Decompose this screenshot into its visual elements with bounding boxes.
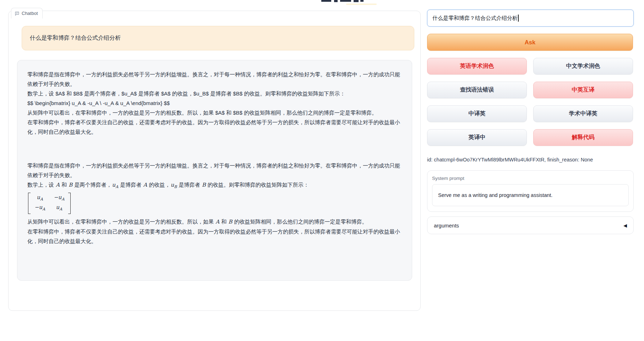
- app-root: Chatbot 什么是零和博弈？结合公式介绍分析零和博弈是指在博弈中，一方的利益…: [0, 0, 644, 341]
- message-line: 在零和博弈中，博弈者不仅要关注自己的收益，还需要考虑对手的收益。因为一方取得的收…: [27, 117, 403, 137]
- message-line: 从矩阵中可以看出，在零和博弈中，一方的收益是另一方的相反数。所以，如果 $A$ …: [27, 108, 403, 117]
- quick-action-button[interactable]: 中英互译: [533, 82, 633, 98]
- system-prompt-card: System prompt Serve me as a writing and …: [427, 170, 634, 212]
- message-body: 零和博弈是指在博弈中，一方的利益损失必然等于另一方的利益增益。换言之，对于每一种…: [27, 70, 403, 246]
- quick-action-button[interactable]: 英译中: [427, 129, 527, 146]
- text-caret: [518, 15, 519, 22]
- message-line: 零和博弈是指在博弈中，一方的利益损失必然等于另一方的利益增益。换言之，对于每一种…: [27, 161, 403, 180]
- quick-action-button[interactable]: 中文学术润色: [533, 58, 633, 75]
- question-input[interactable]: 什么是零和博弈？结合公式介绍分析: [427, 10, 634, 27]
- message-line: 数学上，设 A 和 B 是两个博弈者，uA 是博弈者 A 的收益，uB 是博弈者…: [27, 180, 403, 192]
- chatbot-label-text: Chatbot: [22, 11, 38, 16]
- math-inline: B: [68, 182, 73, 188]
- math-inline: A: [215, 219, 220, 225]
- arguments-accordion[interactable]: arguments ◀: [427, 216, 634, 234]
- message-line: 在零和博弈中，博弈者不仅要关注自己的收益，还需要考虑对手的收益。因为一方取得的收…: [27, 227, 403, 246]
- math-inline: −uA: [34, 203, 45, 213]
- math-inline: uA: [112, 182, 119, 188]
- quick-action-button[interactable]: 中译英: [427, 105, 527, 122]
- chatbot-panel: Chatbot 什么是零和博弈？结合公式介绍分析零和博弈是指在博弈中，一方的利益…: [8, 11, 421, 311]
- accordion-label: arguments: [434, 222, 459, 229]
- bot-message-bubble: 零和博弈是指在博弈中，一方的利益损失必然等于另一方的利益增益。换言之，对于每一种…: [17, 60, 412, 281]
- math-inline: uA: [55, 203, 62, 213]
- user-message-bubble: 什么是零和博弈？结合公式介绍分析: [22, 26, 414, 50]
- message-spacer: [27, 137, 403, 161]
- ask-button-label: Ask: [525, 39, 535, 46]
- message-line: 数学上，设 $A$ 和 $B$ 是两个博弈者，$u_A$ 是博弈者 $A$ 的收…: [27, 89, 403, 98]
- message-line: $$ \begin{bmatrix} u_A & -u_A \ -u_A & u…: [27, 98, 403, 108]
- math-inline: A: [143, 182, 148, 188]
- left-triangle-icon: ◀: [623, 223, 627, 228]
- quick-action-button[interactable]: 查找语法错误: [427, 82, 527, 98]
- quick-action-button[interactable]: 英语学术润色: [427, 58, 527, 75]
- quick-action-button[interactable]: 学术中译英: [533, 105, 633, 122]
- chatbot-label: Chatbot: [11, 8, 43, 18]
- chat-bubble-icon: [15, 11, 20, 16]
- message-line: 零和博弈是指在博弈中，一方的利益损失必然等于另一方的利益增益。换言之，对于每一种…: [27, 70, 403, 89]
- quick-actions-grid: 英语学术润色中文学术润色查找语法错误中英互译中译英学术中译英英译中解释代码: [427, 58, 633, 146]
- ask-button[interactable]: Ask: [427, 34, 633, 51]
- math-inline: −uA: [53, 193, 65, 203]
- message-body: 什么是零和博弈？结合公式介绍分析: [30, 34, 121, 42]
- math-inline: uB: [170, 182, 178, 188]
- question-input-value: 什么是零和博弈？结合公式介绍分析: [432, 15, 518, 22]
- math-inline: B: [202, 182, 206, 188]
- math-inline: A: [55, 182, 60, 188]
- status-line: id: chatcmpl-6wOo7KrYTwMl89lbrMWRu4UkFFX…: [427, 157, 634, 163]
- clipped-title-underline: [346, 4, 377, 5]
- matrix-block: uA−uA−uAuA: [28, 193, 71, 214]
- system-prompt-label: System prompt: [432, 176, 629, 181]
- quick-action-button[interactable]: 解释代码: [533, 129, 633, 146]
- message-line: 从矩阵中可以看出，在零和博弈中，一方的收益是另一方的相反数。所以，如果 A 和 …: [27, 217, 403, 227]
- math-inline: uA: [36, 193, 43, 203]
- system-prompt-value: Serve me as a writing and programming as…: [438, 192, 552, 198]
- message-line: 什么是零和博弈？结合公式介绍分析: [30, 34, 121, 42]
- system-prompt-input[interactable]: Serve me as a writing and programming as…: [432, 184, 629, 206]
- math-inline: B: [228, 219, 233, 225]
